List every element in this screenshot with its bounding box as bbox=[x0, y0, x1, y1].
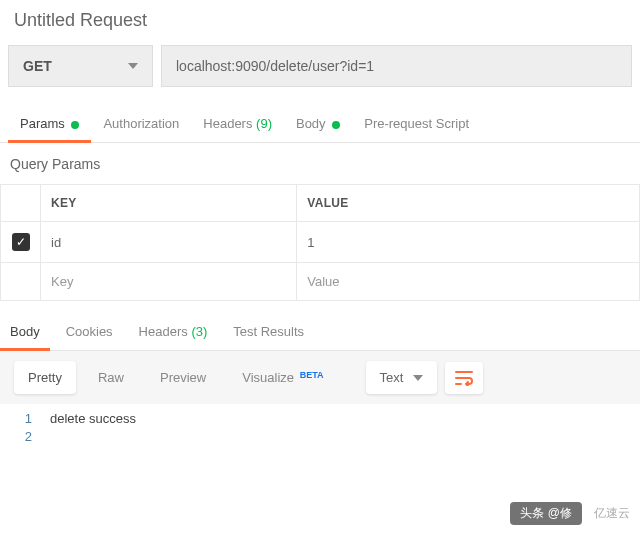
line-number: 1 bbox=[0, 410, 32, 428]
tab-prerequest[interactable]: Pre-request Script bbox=[352, 105, 481, 142]
request-tabs: Params Authorization Headers (9) Body Pr… bbox=[0, 105, 640, 143]
tab-headers-label: Headers bbox=[203, 116, 252, 131]
code-line: delete success bbox=[50, 410, 640, 428]
table-row[interactable]: ✓ id 1 bbox=[1, 222, 640, 263]
view-visualize-button[interactable]: Visualize BETA bbox=[228, 361, 337, 394]
response-body: 1 2 delete success bbox=[0, 404, 640, 452]
view-raw-button[interactable]: Raw bbox=[84, 361, 138, 394]
url-input[interactable] bbox=[161, 45, 632, 87]
tab-headers-count: (9) bbox=[256, 116, 272, 131]
beta-badge: BETA bbox=[300, 370, 324, 380]
tab-params-label: Params bbox=[20, 116, 65, 131]
view-pretty-button[interactable]: Pretty bbox=[14, 361, 76, 394]
resp-tab-headers-label: Headers bbox=[139, 324, 188, 339]
format-label: Text bbox=[380, 370, 404, 385]
tab-body-label: Body bbox=[296, 116, 326, 131]
http-method-select[interactable]: GET bbox=[8, 45, 153, 87]
view-preview-button[interactable]: Preview bbox=[146, 361, 220, 394]
visualize-label: Visualize bbox=[242, 370, 294, 385]
resp-tab-headers-count: (3) bbox=[191, 324, 207, 339]
request-row: GET bbox=[0, 45, 640, 105]
tab-params[interactable]: Params bbox=[8, 105, 91, 142]
query-params-table: KEY VALUE ✓ id 1 Key Value bbox=[0, 184, 640, 301]
status-dot-icon bbox=[332, 121, 340, 129]
http-method-label: GET bbox=[23, 58, 52, 74]
wrap-icon bbox=[455, 370, 473, 386]
param-value-cell[interactable]: 1 bbox=[297, 222, 640, 263]
tab-authorization[interactable]: Authorization bbox=[91, 105, 191, 142]
query-params-title: Query Params bbox=[0, 143, 640, 184]
tab-headers[interactable]: Headers (9) bbox=[191, 105, 284, 142]
response-toolbar: Pretty Raw Preview Visualize BETA Text bbox=[0, 351, 640, 404]
tab-body[interactable]: Body bbox=[284, 105, 352, 142]
checkbox-header bbox=[1, 185, 41, 222]
line-number: 2 bbox=[0, 428, 32, 446]
watermark-left: 头条 @修 bbox=[510, 502, 582, 525]
chevron-down-icon bbox=[128, 63, 138, 69]
format-select[interactable]: Text bbox=[366, 361, 438, 394]
resp-tab-tests[interactable]: Test Results bbox=[223, 313, 314, 350]
line-gutter: 1 2 bbox=[0, 410, 50, 446]
param-key-cell[interactable]: id bbox=[41, 222, 297, 263]
response-code[interactable]: delete success bbox=[50, 410, 640, 446]
param-key-placeholder[interactable]: Key bbox=[41, 263, 297, 301]
resp-tab-cookies[interactable]: Cookies bbox=[56, 313, 123, 350]
status-dot-icon bbox=[71, 121, 79, 129]
table-row-empty[interactable]: Key Value bbox=[1, 263, 640, 301]
chevron-down-icon bbox=[413, 375, 423, 381]
checkbox-checked-icon[interactable]: ✓ bbox=[12, 233, 30, 251]
resp-tab-headers[interactable]: Headers (3) bbox=[129, 313, 218, 350]
request-title: Untitled Request bbox=[0, 0, 640, 45]
wrap-lines-button[interactable] bbox=[445, 362, 483, 394]
resp-tab-body[interactable]: Body bbox=[0, 313, 50, 350]
column-value-header: VALUE bbox=[297, 185, 640, 222]
watermark-right: 亿速云 bbox=[594, 505, 630, 522]
column-key-header: KEY bbox=[41, 185, 297, 222]
watermark: 头条 @修 亿速云 bbox=[510, 502, 630, 525]
param-value-placeholder[interactable]: Value bbox=[297, 263, 640, 301]
response-tabs: Body Cookies Headers (3) Test Results bbox=[0, 313, 640, 351]
